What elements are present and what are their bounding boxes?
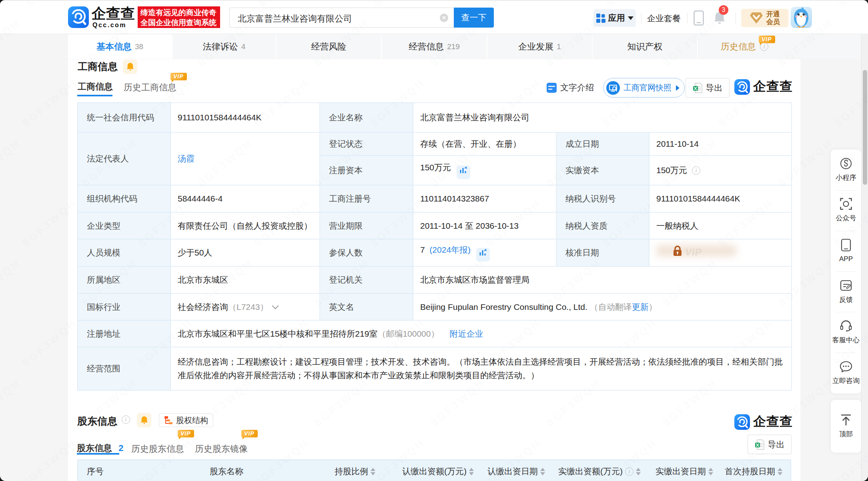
sort-icon[interactable] (469, 468, 474, 475)
feedback-icon (840, 279, 852, 291)
customer-service-button[interactable]: 客服中心 (831, 312, 861, 353)
search-value[interactable]: 北京富普兰林业咨询有限公司 (238, 13, 352, 25)
table-row: 经营范围 经济信息咨询；工程勘察设计；建设工程项目管理；技术开发、技术咨询。（市… (78, 347, 792, 390)
search-button[interactable]: 查一下 (454, 8, 494, 28)
enterprise-package-link[interactable]: 企业套餐 (647, 13, 681, 24)
column-header-subscribed-date[interactable]: 认缴出资日期 (487, 460, 545, 481)
open-vip-button[interactable]: 开通 会员 (741, 9, 788, 27)
headset-icon (840, 320, 852, 332)
mobile-app-icon[interactable] (694, 10, 704, 27)
qcc-logo-text[interactable]: 企查查 (92, 6, 135, 21)
vip-button-text: 开通 会员 (766, 10, 780, 26)
sort-icon[interactable] (778, 468, 782, 475)
note-close-paren: ） (649, 302, 657, 311)
scrollbar-track[interactable] (861, 34, 868, 481)
subtab-shareholder-mirror[interactable]: 历史股东镜像 (195, 443, 248, 455)
legal-rep-link[interactable]: 汤霞 (178, 154, 194, 163)
nearby-companies-link[interactable]: 附近企业 (449, 329, 483, 338)
row-label: 人员规模 (78, 239, 170, 266)
back-to-top-card: 顶部 (831, 400, 861, 453)
tab-legal[interactable]: 法律诉讼 4 (172, 34, 277, 59)
text-intro-icon (547, 83, 557, 93)
scrollbar-thumb[interactable] (863, 70, 867, 185)
row-label: 注册资本 (320, 156, 413, 185)
snapshot-label: 工商官网快照 (623, 82, 672, 93)
zip-code: （邮编100000） (377, 329, 439, 338)
equity-structure-button[interactable]: 股权结构 (159, 413, 213, 427)
export-button[interactable]: 导出 (748, 435, 792, 454)
info-icon[interactable]: i (692, 166, 700, 175)
column-header-first-date[interactable]: 首次持股日期 (725, 460, 782, 481)
vip-button-line1: 开通 (766, 10, 780, 18)
row-label: 参保人数 (320, 239, 413, 266)
taxpayer-id-value: 91110101584444464K (649, 185, 792, 212)
site-header: 企查查 Qcc.com 缔造有远见的商业传奇 全国企业信用查询系统 北京富普兰林… (0, 1, 868, 34)
chevron-right-icon (676, 85, 680, 91)
apps-menu[interactable]: 应用 (593, 9, 636, 27)
feedback-button[interactable]: 反馈 (831, 271, 861, 312)
monitor-bell-icon[interactable] (123, 60, 137, 74)
tab-basic-info[interactable]: 基本信息 38 (68, 34, 172, 59)
sort-icon[interactable] (708, 468, 713, 475)
consult-now-button[interactable]: 立即咨询 (831, 353, 861, 393)
insured-chart-icon[interactable] (476, 248, 490, 261)
svg-element (459, 166, 467, 174)
insured-count-text: 7 (420, 245, 425, 254)
info-icon[interactable]: i (625, 467, 633, 476)
column-header-paid-date[interactable]: 实缴出资日期 (656, 460, 713, 481)
official-account-icon (840, 198, 852, 210)
tab-label: 基本信息 (96, 41, 132, 53)
mini-program-button[interactable]: 小程序 (831, 150, 861, 190)
clear-search-icon[interactable]: ✕ (440, 14, 448, 22)
row-label: 纳税人资质 (556, 212, 649, 239)
annual-report-link[interactable]: (2024年报) (429, 245, 471, 254)
update-translation-link[interactable]: 更新 (632, 302, 649, 311)
browser-page: 8GF3WQH8GF3WQH8GF3WQH8GF3WQH8GF3WQH8GF3W… (0, 0, 868, 481)
sort-asc-icon (778, 468, 782, 471)
business-scope-value: 经济信息咨询；工程勘察设计；建设工程项目管理；技术开发、技术咨询。（市场主体依法… (170, 347, 792, 390)
svg-element (734, 79, 750, 96)
tab-development[interactable]: 企业发展 1 (487, 34, 593, 59)
vip-button-line2: 会员 (766, 18, 780, 26)
tab-count: 219 (447, 42, 460, 51)
qcc-logo-icon (734, 414, 750, 430)
text-intro-button[interactable]: 文字介绍 (547, 82, 594, 93)
row-label: 工商注册号 (320, 185, 413, 212)
sort-icon[interactable] (636, 468, 641, 475)
column-header-paid-amount[interactable]: 实缴出资额(万元) i (558, 460, 641, 481)
divider (641, 13, 641, 23)
back-to-top-button[interactable]: 顶部 (831, 400, 861, 453)
subtab-shareholders[interactable]: 股东信息 2 (77, 442, 123, 454)
row-label: 统一社会信用代码 (78, 103, 170, 132)
row-label: 营业期限 (320, 212, 413, 239)
sort-icon[interactable] (540, 468, 545, 475)
tab-operation-info[interactable]: 经营信息 219 (382, 34, 487, 59)
column-header-subscribed-amount[interactable]: 认缴出资额(万元) (402, 460, 474, 481)
search-input[interactable]: 北京富普兰林业咨询有限公司 ✕ (229, 8, 454, 28)
qcc-logo-icon[interactable] (68, 6, 89, 28)
info-icon[interactable]: i (122, 415, 130, 424)
column-header-index: 序号 (87, 460, 104, 481)
sort-icon[interactable] (371, 468, 375, 475)
vip-crown-icon (750, 12, 763, 24)
official-account-button[interactable]: 公众号 (831, 190, 861, 231)
column-header-ratio[interactable]: 持股比例 (335, 460, 375, 481)
tab-label: 法律诉讼 (203, 41, 238, 53)
row-label: 核准日期 (556, 239, 649, 266)
site-slogan: 缔造有远见的商业传奇 全国企业信用查询系统 (138, 6, 220, 28)
capital-chart-icon[interactable] (457, 166, 470, 179)
chevron-down-icon[interactable] (272, 302, 279, 309)
tab-history[interactable]: VIP 历史信息 i (698, 34, 823, 59)
tab-intellectual-property[interactable]: 知识产权 (593, 34, 698, 59)
table-row: 统一社会信用代码 91110101584444464K 企业名称 北京富普兰林业… (78, 103, 792, 132)
subtab-history-business-info[interactable]: 历史工商信息 (124, 82, 176, 94)
subtab-history-shareholders[interactable]: 历史股东信息 (131, 443, 184, 455)
tab-operation-risk[interactable]: 经营风险 (277, 34, 382, 59)
gov-site-snapshot-button[interactable]: 工商官网快照 (603, 78, 685, 98)
user-avatar[interactable] (791, 7, 812, 28)
monitor-bell-icon[interactable] (137, 413, 151, 427)
export-button[interactable]: 导出 (686, 78, 730, 98)
app-download-button[interactable]: APP (831, 231, 861, 271)
subtab-business-info[interactable]: 工商信息 (78, 81, 113, 93)
qcc-logo-domain: Qcc.com (92, 22, 126, 29)
